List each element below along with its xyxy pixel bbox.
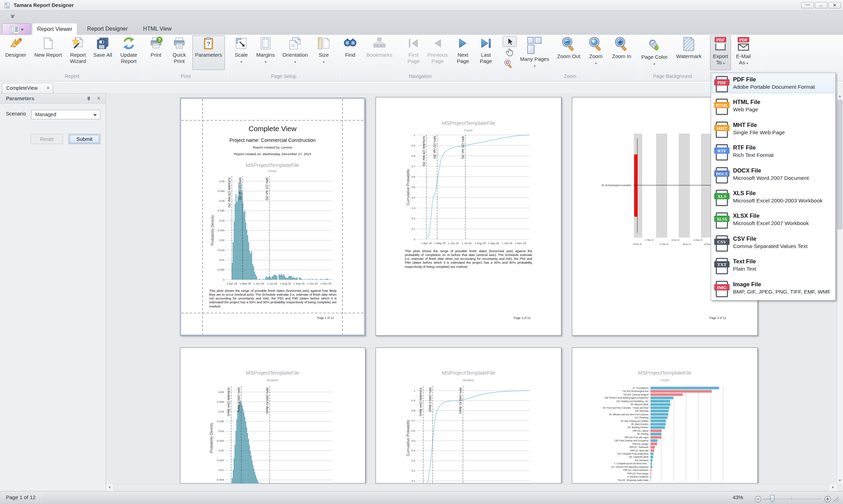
svg-text:90% (23 Jun 25): 90% (23 Jun 25) xyxy=(265,177,269,200)
svg-text:0.005: 0.005 xyxy=(218,268,225,271)
svg-text:1: 1 xyxy=(414,389,416,392)
svg-text:Finish: Finish xyxy=(661,378,669,382)
svg-text:XLSX: XLSX xyxy=(717,217,727,221)
svg-text:50% (22 Apr 25): 50% (22 Apr 25) xyxy=(238,177,242,200)
svg-text:0.7: 0.7 xyxy=(411,165,416,168)
svg-text:0.5: 0.5 xyxy=(411,439,416,442)
svg-text:HTML: HTML xyxy=(716,103,728,107)
svg-text:Finish: Finish xyxy=(268,169,277,173)
svg-text:0.2: 0.2 xyxy=(411,217,416,220)
svg-text:50% (360.5 days): 50% (360.5 days) xyxy=(428,387,432,412)
svg-text:0.4: 0.4 xyxy=(411,196,416,199)
svg-text:50% (360.5 days): 50% (360.5 days) xyxy=(237,387,241,412)
svg-text:Page 1 of 12: Page 1 of 12 xyxy=(317,316,334,320)
svg-text:0.05: 0.05 xyxy=(218,391,224,394)
svg-text:0.1: 0.1 xyxy=(411,479,416,482)
svg-text:Schedule (344 days): Schedule (344 days) xyxy=(227,387,230,416)
svg-text:146: Perform local building ag: 146: Perform local building agency inspe… xyxy=(604,397,648,399)
svg-text:0.04: 0.04 xyxy=(219,199,224,202)
svg-text:83: Carpentry Work: 83: Carpentry Work xyxy=(630,456,649,458)
svg-text:116: Elevators: 116: Elevators xyxy=(635,459,648,462)
svg-text:0.035: 0.035 xyxy=(217,420,224,423)
svg-text:1 Oct 25: 1 Oct 25 xyxy=(307,282,318,285)
svg-text:PRF120: Roof design: PRF120: Roof design xyxy=(628,472,649,475)
svg-text:31 Mar 24: 31 Mar 24 xyxy=(660,243,669,245)
svg-text:1 Sep 25: 1 Sep 25 xyxy=(488,242,499,245)
svg-text:0.005: 0.005 xyxy=(217,478,224,481)
svg-text:1 Jul 25: 1 Jul 25 xyxy=(462,242,472,245)
svg-text:90% (404.62 days): 90% (404.62 days) xyxy=(266,387,269,414)
svg-text:85: Masonry Work: 85: Masonry Work xyxy=(631,403,649,406)
svg-text:0.7: 0.7 xyxy=(411,419,416,422)
svg-text:0.015: 0.015 xyxy=(218,249,225,252)
svg-text:0.3: 0.3 xyxy=(411,207,416,210)
svg-text:Page 2 of 12: Page 2 of 12 xyxy=(514,316,530,320)
svg-text:0.01: 0.01 xyxy=(219,258,224,262)
svg-text:1 May 25: 1 May 25 xyxy=(434,242,446,245)
svg-text:0.9: 0.9 xyxy=(411,144,416,147)
svg-text:35: Archaeological excavation: 35: Archaeological excavation xyxy=(601,184,631,187)
svg-text:Schedule (344 days): Schedule (344 days) xyxy=(419,387,423,416)
svg-text:PRF117: Teamwork: PRF117: Teamwork xyxy=(629,446,649,448)
svg-text:29: Site Grading and Utilities: 29: Site Grading and Utilities xyxy=(621,420,648,423)
svg-text:PRF121: Client indecision: PRF121: Client indecision xyxy=(623,469,649,471)
svg-text:TSL319: Cleanup delayed: TSL319: Cleanup delayed xyxy=(623,393,648,396)
svg-text:Schedule (28 Mar 25): Schedule (28 Mar 25) xyxy=(228,177,231,208)
svg-text:?: ? xyxy=(207,41,210,47)
svg-text:1 Nov 25: 1 Nov 25 xyxy=(320,282,332,285)
svg-text:Report created on: Wednesday,: Report created on: Wednesday, December 2… xyxy=(234,152,311,156)
svg-text:Complete View: Complete View xyxy=(249,125,297,133)
svg-text:0.8: 0.8 xyxy=(411,409,416,412)
svg-text:1 Aug 25: 1 Aug 25 xyxy=(280,282,291,285)
svg-text:duration: duration xyxy=(267,378,278,382)
svg-text:1 Jun 25: 1 Jun 25 xyxy=(253,282,264,285)
svg-text:125: Electrical: 125: Electrical xyxy=(635,410,648,412)
svg-text:duration: duration xyxy=(463,378,474,382)
svg-text:0.03: 0.03 xyxy=(218,430,224,433)
svg-text:1 Oct 25: 1 Oct 25 xyxy=(502,242,512,245)
svg-text:0.05: 0.05 xyxy=(219,180,224,183)
svg-text:0.025: 0.025 xyxy=(217,439,224,442)
svg-text:120: Plumbing: 120: Plumbing xyxy=(635,416,649,419)
svg-text:Report created by: Lenovo: Report created by: Lenovo xyxy=(253,145,292,149)
svg-text:0.6: 0.6 xyxy=(411,429,416,432)
svg-text:90% (404.62 days): 90% (404.62 days) xyxy=(459,387,462,414)
svg-text:28 Apr 24: 28 Apr 24 xyxy=(683,243,691,245)
svg-text:50% (22 Apr 25): 50% (22 Apr 25) xyxy=(433,136,436,159)
svg-text:MSProjectTemplateFile: MSProjectTemplateFile xyxy=(246,162,299,168)
svg-text:TSL320: Temporary water leaks: TSL320: Temporary water leaks xyxy=(617,479,648,482)
svg-text:MHT: MHT xyxy=(716,126,727,131)
svg-text:14 Apr 24: 14 Apr 24 xyxy=(671,239,679,241)
svg-text:0.3: 0.3 xyxy=(411,459,416,462)
svg-text:0: 0 xyxy=(414,238,416,241)
svg-text:Schedule (28 Mar 25): Schedule (28 Mar 25) xyxy=(422,136,426,166)
svg-text:IMG: IMG xyxy=(717,285,726,290)
svg-text:1: 1 xyxy=(414,134,416,137)
svg-text:PRF115: Labour: PRF115: Labour xyxy=(632,430,648,432)
svg-text:DOCX: DOCX xyxy=(716,172,728,176)
svg-text:PRF118: Poor site mgmt: PRF118: Poor site mgmt xyxy=(625,436,649,439)
svg-text:TXT: TXT xyxy=(717,262,727,267)
svg-text:104: Building Finishes: 104: Building Finishes xyxy=(627,426,648,429)
svg-text:CSV: CSV xyxy=(717,239,727,245)
svg-text:143: Complete Final Inspection: 143: Complete Final Inspections xyxy=(617,453,648,455)
svg-text:0.1: 0.1 xyxy=(411,227,416,231)
svg-text:0: 0 xyxy=(223,278,225,281)
svg-text:0.025: 0.025 xyxy=(218,229,225,232)
svg-text:0.02: 0.02 xyxy=(219,239,224,242)
svg-text:MSProjectTemplateFile: MSProjectTemplateFile xyxy=(442,120,495,126)
svg-text:0.8: 0.8 xyxy=(411,154,416,158)
svg-text:0.5: 0.5 xyxy=(411,186,416,189)
svg-text:?: ? xyxy=(158,38,161,42)
svg-text:MSProjectTemplateFile: MSProjectTemplateFile xyxy=(638,370,692,376)
svg-text:05 Mar 24: 05 Mar 24 xyxy=(633,243,642,245)
svg-text:5: General Conditions: 5: General Conditions xyxy=(627,475,648,478)
svg-text:Finish: Finish xyxy=(464,129,473,132)
svg-text:Probability Density: Probability Density xyxy=(210,215,214,246)
svg-text:Cumulative Probability: Cumulative Probability xyxy=(406,169,410,205)
svg-text:0.6: 0.6 xyxy=(411,175,416,178)
svg-text:0.9: 0.9 xyxy=(411,399,416,402)
svg-text:0.045: 0.045 xyxy=(218,190,225,193)
svg-text:0.04: 0.04 xyxy=(218,410,224,413)
svg-text:0.4: 0.4 xyxy=(411,449,416,452)
